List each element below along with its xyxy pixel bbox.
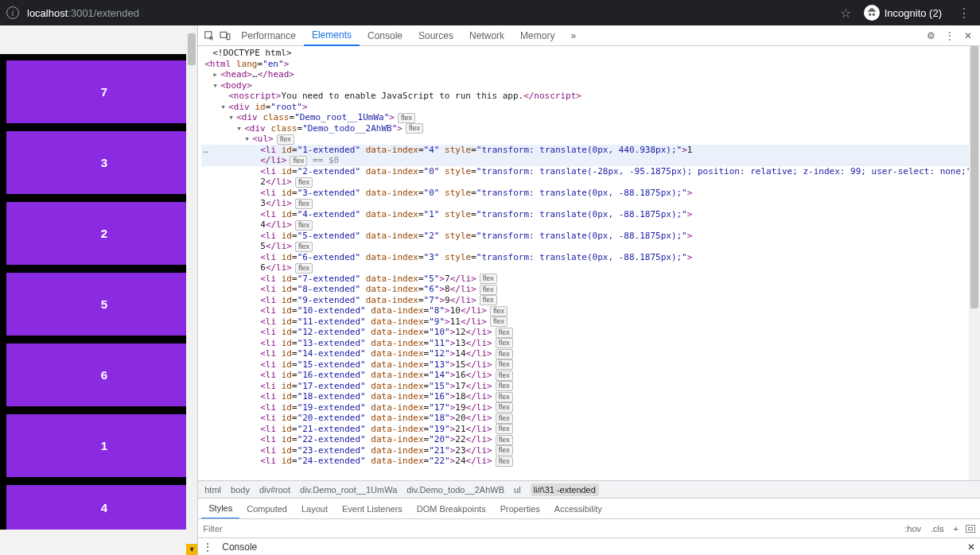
bookmark-star-icon[interactable]: ☆ <box>840 6 851 21</box>
styles-filter-input[interactable] <box>203 524 897 534</box>
site-info-icon[interactable]: i <box>6 6 19 19</box>
breadcrumb-item[interactable]: ul <box>514 485 521 495</box>
devtools-settings-icon[interactable]: ⚙ <box>922 30 940 41</box>
devtools-menu-icon[interactable]: ⋮ <box>940 30 959 41</box>
svg-rect-2 <box>228 33 231 39</box>
elements-breadcrumb: htmlbodydiv#rootdiv.Demo_root__1UmWadiv.… <box>198 480 980 498</box>
breadcrumb-item[interactable]: html <box>204 485 221 495</box>
list-item[interactable]: 5 <box>6 273 197 336</box>
incognito-badge[interactable]: Incognito (2) <box>864 5 942 21</box>
breadcrumb-item[interactable]: div.Demo_root__1UmWa <box>300 485 397 495</box>
styles-tabs: StylesComputedLayoutEvent ListenersDOM B… <box>198 498 980 518</box>
breadcrumb-item[interactable]: div.Demo_todo__2AhWB <box>406 485 504 495</box>
styles-tab-layout[interactable]: Layout <box>294 499 335 519</box>
page-scroll-thumb[interactable] <box>188 33 196 65</box>
scroll-down-icon[interactable]: ▼ <box>186 544 197 555</box>
styles-tab-properties[interactable]: Properties <box>493 499 547 519</box>
breadcrumb-item[interactable]: body <box>231 485 250 495</box>
list-item[interactable]: 2 <box>6 202 197 265</box>
url-host: localhost <box>27 7 68 19</box>
styles-filter-bar: :hov .cls + <box>198 518 980 538</box>
devtools-panel: PerformanceElementsConsoleSourcesNetwork… <box>197 25 980 555</box>
devtools-more-tabs[interactable]: » <box>562 25 584 46</box>
devtools-tab-sources[interactable]: Sources <box>410 25 461 46</box>
list-item[interactable]: 7 <box>6 60 197 123</box>
demo-list: 7325614 <box>0 54 197 530</box>
cls-toggle[interactable]: .cls <box>928 524 947 534</box>
devtools-close-icon[interactable]: ✕ <box>959 30 977 41</box>
devtools-tab-performance[interactable]: Performance <box>233 25 304 46</box>
inspect-element-icon[interactable] <box>201 30 217 41</box>
browser-menu-icon[interactable]: ⋮ <box>955 6 974 21</box>
page-scrollbar[interactable] <box>186 25 197 555</box>
hov-toggle[interactable]: :hov <box>902 524 924 534</box>
incognito-icon <box>864 5 880 21</box>
elements-scrollbar[interactable] <box>969 46 980 480</box>
browser-toolbar: i localhost:3001/extended ☆ Incognito (2… <box>0 0 980 25</box>
list-item[interactable]: 6 <box>6 343 197 406</box>
svg-rect-1 <box>220 32 227 37</box>
devtools-tab-console[interactable]: Console <box>360 25 410 46</box>
incognito-label: Incognito (2) <box>885 7 942 19</box>
console-drawer-menu-icon[interactable]: ⋮ <box>203 541 212 553</box>
breadcrumb-item[interactable]: li#\31 -extended <box>531 483 599 496</box>
devtools-tab-memory[interactable]: Memory <box>512 25 562 46</box>
console-drawer: ⋮ Console ✕ <box>198 538 980 555</box>
new-style-rule[interactable]: + <box>951 524 961 534</box>
computed-toggle-icon[interactable] <box>966 525 975 533</box>
list-item[interactable]: 4 <box>6 485 197 530</box>
devtools-tab-network[interactable]: Network <box>461 25 512 46</box>
page-viewport: 7325614 ▼ <box>0 25 197 555</box>
breadcrumb-item[interactable]: div#root <box>259 485 290 495</box>
main-area: 7325614 ▼ PerformanceElementsConsoleSour… <box>0 25 980 555</box>
console-drawer-close-icon[interactable]: ✕ <box>967 541 975 553</box>
device-toolbar-icon[interactable] <box>217 30 233 41</box>
url-path: :3001/extended <box>68 7 139 19</box>
devtools-tabs: PerformanceElementsConsoleSourcesNetwork… <box>198 25 980 46</box>
list-item[interactable]: 1 <box>6 414 197 477</box>
styles-tab-styles[interactable]: Styles <box>201 499 239 519</box>
styles-tab-computed[interactable]: Computed <box>239 499 294 519</box>
styles-tab-dom-breakpoints[interactable]: DOM Breakpoints <box>410 499 493 519</box>
list-item[interactable]: 3 <box>6 131 197 194</box>
styles-tab-event-listeners[interactable]: Event Listeners <box>335 499 410 519</box>
devtools-tab-elements[interactable]: Elements <box>304 25 360 46</box>
url-bar[interactable]: localhost:3001/extended <box>27 7 139 19</box>
elements-tree[interactable]: <!DOCTYPE html><html lang="en">▸<head>…<… <box>198 46 980 468</box>
console-drawer-label[interactable]: Console <box>222 541 257 553</box>
elements-scroll-thumb[interactable] <box>970 46 978 309</box>
styles-tab-accessibility[interactable]: Accessibility <box>547 499 609 519</box>
